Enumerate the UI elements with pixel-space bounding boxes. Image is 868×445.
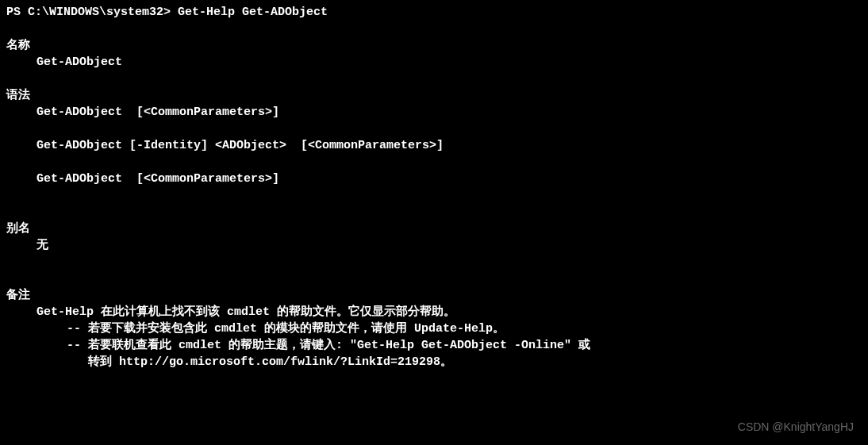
blank-line [6,204,862,221]
blank-line [6,270,862,287]
blank-line [6,154,862,171]
section-alias-header: 别名 [6,221,862,237]
section-remarks-header: 备注 [6,287,862,304]
blank-line [6,71,862,87]
remarks-line-1: Get-Help 在此计算机上找不到该 cmdlet 的帮助文件。它仅显示部分帮… [6,304,862,320]
remarks-line-2: -- 若要下载并安装包含此 cmdlet 的模块的帮助文件，请使用 Update… [6,320,862,337]
alias-content: 无 [6,237,862,254]
cmdlet-name: Get-ADObject [6,54,862,71]
section-name-header: 名称 [6,37,862,54]
syntax-line-3: Get-ADObject [<CommonParameters>] [6,171,862,187]
remarks-line-4: 转到 http://go.microsoft.com/fwlink/?LinkI… [6,354,862,370]
watermark-text: CSDN @KnightYangHJ [738,420,854,435]
syntax-line-1: Get-ADObject [<CommonParameters>] [6,104,862,121]
blank-line [6,254,862,270]
command-prompt-line: PS C:\WINDOWS\system32> Get-Help Get-ADO… [6,4,862,21]
section-syntax-header: 语法 [6,87,862,104]
blank-line [6,121,862,137]
syntax-line-2: Get-ADObject [-Identity] <ADObject> [<Co… [6,137,862,154]
remarks-line-3: -- 若要联机查看此 cmdlet 的帮助主题，请键入: "Get-Help G… [6,337,862,354]
blank-line [6,21,862,37]
blank-line [6,187,862,204]
